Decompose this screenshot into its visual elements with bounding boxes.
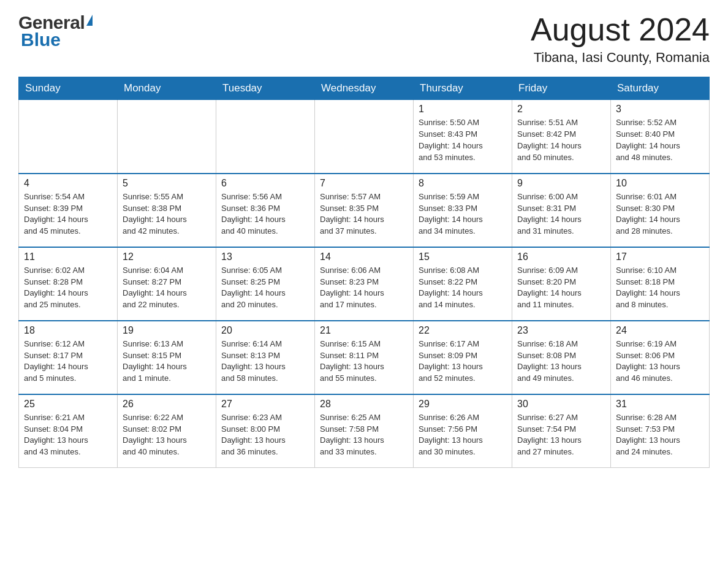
col-monday: Monday xyxy=(118,77,216,100)
day-info: Sunrise: 6:25 AM Sunset: 7:58 PM Dayligh… xyxy=(320,412,408,458)
day-info: Sunrise: 6:08 AM Sunset: 8:22 PM Dayligh… xyxy=(419,265,507,311)
day-info: Sunrise: 6:02 AM Sunset: 8:28 PM Dayligh… xyxy=(24,265,112,311)
table-row: 2Sunrise: 5:51 AM Sunset: 8:42 PM Daylig… xyxy=(512,100,611,174)
table-row: 24Sunrise: 6:19 AM Sunset: 8:06 PM Dayli… xyxy=(611,321,710,394)
table-row: 8Sunrise: 5:59 AM Sunset: 8:33 PM Daylig… xyxy=(414,174,512,247)
title-block: August 2024 Tibana, Iasi County, Romania xyxy=(531,12,710,66)
day-info: Sunrise: 5:55 AM Sunset: 8:38 PM Dayligh… xyxy=(123,191,211,237)
day-info: Sunrise: 6:15 AM Sunset: 8:11 PM Dayligh… xyxy=(320,339,408,385)
day-number: 30 xyxy=(517,399,605,410)
day-number: 4 xyxy=(24,178,112,189)
table-row: 22Sunrise: 6:17 AM Sunset: 8:09 PM Dayli… xyxy=(414,321,512,394)
table-row xyxy=(315,100,414,174)
day-number: 7 xyxy=(320,178,408,189)
table-row xyxy=(216,100,315,174)
table-row: 30Sunrise: 6:27 AM Sunset: 7:54 PM Dayli… xyxy=(512,394,611,468)
col-tuesday: Tuesday xyxy=(216,77,315,100)
table-row: 20Sunrise: 6:14 AM Sunset: 8:13 PM Dayli… xyxy=(216,321,315,394)
calendar-week-row: 1Sunrise: 5:50 AM Sunset: 8:43 PM Daylig… xyxy=(19,100,710,174)
day-number: 28 xyxy=(320,399,408,410)
day-info: Sunrise: 6:28 AM Sunset: 7:53 PM Dayligh… xyxy=(616,412,704,458)
day-info: Sunrise: 5:51 AM Sunset: 8:42 PM Dayligh… xyxy=(517,117,605,163)
day-number: 17 xyxy=(616,251,704,262)
table-row xyxy=(118,100,216,174)
day-info: Sunrise: 5:57 AM Sunset: 8:35 PM Dayligh… xyxy=(320,191,408,237)
table-row: 13Sunrise: 6:05 AM Sunset: 8:25 PM Dayli… xyxy=(216,247,315,321)
table-row: 3Sunrise: 5:52 AM Sunset: 8:40 PM Daylig… xyxy=(611,100,710,174)
day-number: 3 xyxy=(616,104,704,115)
table-row: 12Sunrise: 6:04 AM Sunset: 8:27 PM Dayli… xyxy=(118,247,216,321)
table-row xyxy=(19,100,118,174)
table-row: 10Sunrise: 6:01 AM Sunset: 8:30 PM Dayli… xyxy=(611,174,710,247)
day-info: Sunrise: 5:56 AM Sunset: 8:36 PM Dayligh… xyxy=(221,191,309,237)
table-row: 11Sunrise: 6:02 AM Sunset: 8:28 PM Dayli… xyxy=(19,247,118,321)
col-friday: Friday xyxy=(512,77,611,100)
calendar-week-row: 11Sunrise: 6:02 AM Sunset: 8:28 PM Dayli… xyxy=(19,247,710,321)
day-number: 2 xyxy=(517,104,605,115)
day-number: 1 xyxy=(419,104,507,115)
logo-blue-text: Blue xyxy=(18,29,93,50)
day-number: 9 xyxy=(517,178,605,189)
table-row: 4Sunrise: 5:54 AM Sunset: 8:39 PM Daylig… xyxy=(19,174,118,247)
table-row: 23Sunrise: 6:18 AM Sunset: 8:08 PM Dayli… xyxy=(512,321,611,394)
day-number: 15 xyxy=(419,251,507,262)
day-info: Sunrise: 6:22 AM Sunset: 8:02 PM Dayligh… xyxy=(123,412,211,458)
day-info: Sunrise: 6:19 AM Sunset: 8:06 PM Dayligh… xyxy=(616,339,704,385)
day-number: 10 xyxy=(616,178,704,189)
table-row: 28Sunrise: 6:25 AM Sunset: 7:58 PM Dayli… xyxy=(315,394,414,468)
day-info: Sunrise: 5:54 AM Sunset: 8:39 PM Dayligh… xyxy=(24,191,112,237)
day-info: Sunrise: 5:50 AM Sunset: 8:43 PM Dayligh… xyxy=(419,117,507,163)
day-info: Sunrise: 6:06 AM Sunset: 8:23 PM Dayligh… xyxy=(320,265,408,311)
day-info: Sunrise: 6:21 AM Sunset: 8:04 PM Dayligh… xyxy=(24,412,112,458)
day-info: Sunrise: 6:13 AM Sunset: 8:15 PM Dayligh… xyxy=(123,339,211,385)
day-number: 5 xyxy=(123,178,211,189)
logo-triangle-icon xyxy=(86,15,93,26)
day-info: Sunrise: 6:23 AM Sunset: 8:00 PM Dayligh… xyxy=(221,412,309,458)
day-number: 13 xyxy=(221,251,309,262)
day-number: 20 xyxy=(221,325,309,336)
page: General Blue August 2024 Tibana, Iasi Co… xyxy=(0,0,728,486)
day-number: 11 xyxy=(24,251,112,262)
table-row: 31Sunrise: 6:28 AM Sunset: 7:53 PM Dayli… xyxy=(611,394,710,468)
day-number: 12 xyxy=(123,251,211,262)
col-wednesday: Wednesday xyxy=(315,77,414,100)
day-number: 29 xyxy=(419,399,507,410)
day-info: Sunrise: 6:09 AM Sunset: 8:20 PM Dayligh… xyxy=(517,265,605,311)
table-row: 21Sunrise: 6:15 AM Sunset: 8:11 PM Dayli… xyxy=(315,321,414,394)
day-number: 26 xyxy=(123,399,211,410)
day-number: 21 xyxy=(320,325,408,336)
col-saturday: Saturday xyxy=(611,77,710,100)
day-info: Sunrise: 6:27 AM Sunset: 7:54 PM Dayligh… xyxy=(517,412,605,458)
calendar-week-row: 18Sunrise: 6:12 AM Sunset: 8:17 PM Dayli… xyxy=(19,321,710,394)
day-number: 18 xyxy=(24,325,112,336)
day-info: Sunrise: 6:17 AM Sunset: 8:09 PM Dayligh… xyxy=(419,339,507,385)
calendar-header-row: Sunday Monday Tuesday Wednesday Thursday… xyxy=(19,77,710,100)
table-row: 1Sunrise: 5:50 AM Sunset: 8:43 PM Daylig… xyxy=(414,100,512,174)
day-info: Sunrise: 6:26 AM Sunset: 7:56 PM Dayligh… xyxy=(419,412,507,458)
calendar-table: Sunday Monday Tuesday Wednesday Thursday… xyxy=(18,77,710,468)
table-row: 25Sunrise: 6:21 AM Sunset: 8:04 PM Dayli… xyxy=(19,394,118,468)
day-number: 16 xyxy=(517,251,605,262)
day-number: 22 xyxy=(419,325,507,336)
day-info: Sunrise: 5:52 AM Sunset: 8:40 PM Dayligh… xyxy=(616,117,704,163)
day-number: 31 xyxy=(616,399,704,410)
day-info: Sunrise: 6:12 AM Sunset: 8:17 PM Dayligh… xyxy=(24,339,112,385)
table-row: 18Sunrise: 6:12 AM Sunset: 8:17 PM Dayli… xyxy=(19,321,118,394)
calendar-week-row: 25Sunrise: 6:21 AM Sunset: 8:04 PM Dayli… xyxy=(19,394,710,468)
table-row: 9Sunrise: 6:00 AM Sunset: 8:31 PM Daylig… xyxy=(512,174,611,247)
table-row: 6Sunrise: 5:56 AM Sunset: 8:36 PM Daylig… xyxy=(216,174,315,247)
table-row: 5Sunrise: 5:55 AM Sunset: 8:38 PM Daylig… xyxy=(118,174,216,247)
header: General Blue August 2024 Tibana, Iasi Co… xyxy=(18,12,710,66)
day-number: 8 xyxy=(419,178,507,189)
table-row: 17Sunrise: 6:10 AM Sunset: 8:18 PM Dayli… xyxy=(611,247,710,321)
logo: General Blue xyxy=(18,12,93,50)
table-row: 16Sunrise: 6:09 AM Sunset: 8:20 PM Dayli… xyxy=(512,247,611,321)
day-number: 27 xyxy=(221,399,309,410)
col-sunday: Sunday xyxy=(19,77,118,100)
table-row: 15Sunrise: 6:08 AM Sunset: 8:22 PM Dayli… xyxy=(414,247,512,321)
day-info: Sunrise: 6:18 AM Sunset: 8:08 PM Dayligh… xyxy=(517,339,605,385)
day-info: Sunrise: 6:05 AM Sunset: 8:25 PM Dayligh… xyxy=(221,265,309,311)
day-number: 19 xyxy=(123,325,211,336)
calendar-title: August 2024 xyxy=(531,12,710,47)
table-row: 19Sunrise: 6:13 AM Sunset: 8:15 PM Dayli… xyxy=(118,321,216,394)
